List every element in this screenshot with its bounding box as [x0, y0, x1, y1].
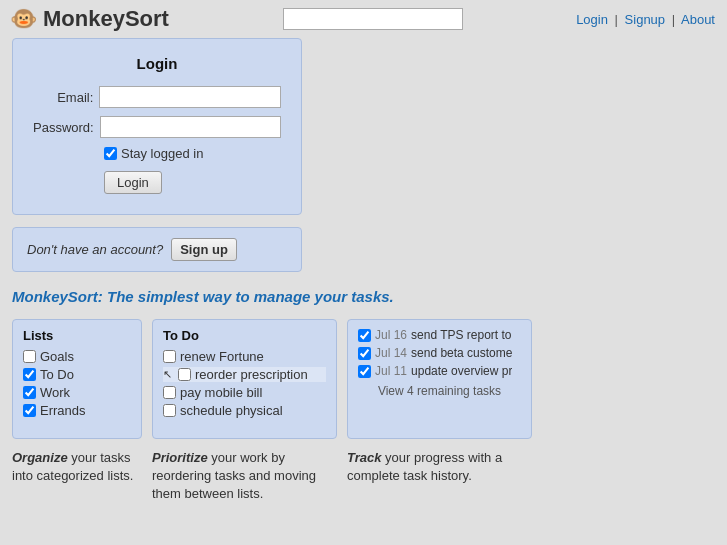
history-checkbox-2[interactable] — [358, 365, 371, 378]
header: 🐵 MonkeySort Login | Signup | About — [0, 0, 727, 38]
list-item: To Do — [23, 367, 131, 382]
todo-item-checkbox-0[interactable] — [163, 350, 176, 363]
history-text-2: update overview pr — [411, 364, 512, 378]
history-panel: Jul 16 send TPS report to Jul 14 send be… — [347, 319, 532, 439]
login-btn-row: Login — [104, 171, 281, 194]
goals-checkbox[interactable] — [23, 350, 36, 363]
todo-item-checkbox-2[interactable] — [163, 386, 176, 399]
errands-label: Errands — [40, 403, 86, 418]
search-input[interactable] — [283, 8, 463, 30]
todo-checkbox[interactable] — [23, 368, 36, 381]
track-bold: Track — [347, 450, 381, 465]
email-label: Email: — [33, 90, 93, 105]
list-item: Work — [23, 385, 131, 400]
email-row: Email: — [33, 86, 281, 108]
header-search[interactable] — [283, 8, 463, 30]
todo-item-label-0: renew Fortune — [180, 349, 264, 364]
history-date-2: Jul 11 — [375, 364, 407, 378]
header-nav: Login | Signup | About — [576, 12, 715, 27]
tagline: MonkeySort: The simplest way to manage y… — [12, 288, 715, 305]
password-input[interactable] — [100, 116, 281, 138]
todo-item-label-2: pay mobile bill — [180, 385, 262, 400]
signup-box: Don't have an account? Sign up — [12, 227, 302, 272]
organize-desc: Organize your tasks into categorized lis… — [12, 449, 142, 504]
logo-area: 🐵 MonkeySort — [10, 6, 169, 32]
todo-item: renew Fortune — [163, 349, 326, 364]
login-button[interactable]: Login — [104, 171, 162, 194]
stay-logged-label: Stay logged in — [121, 146, 203, 161]
todo-panel: To Do renew Fortune ↖ reorder prescripti… — [152, 319, 337, 439]
password-label: Password: — [33, 120, 94, 135]
logo-text: MonkeySort — [43, 6, 169, 32]
view-remaining[interactable]: View 4 remaining tasks — [358, 384, 521, 398]
about-link[interactable]: About — [681, 12, 715, 27]
todo-panel-title: To Do — [163, 328, 326, 343]
history-text-0: send TPS report to — [411, 328, 512, 342]
history-date-0: Jul 16 — [375, 328, 407, 342]
signup-link[interactable]: Signup — [625, 12, 665, 27]
history-checkbox-1[interactable] — [358, 347, 371, 360]
organize-bold: Organize — [12, 450, 68, 465]
todo-label: To Do — [40, 367, 74, 382]
work-checkbox[interactable] — [23, 386, 36, 399]
work-label: Work — [40, 385, 70, 400]
history-text-1: send beta custome — [411, 346, 512, 360]
todo-item-checkbox-1[interactable] — [178, 368, 191, 381]
todo-item: ↖ reorder prescription — [163, 367, 326, 382]
todo-item: schedule physical — [163, 403, 326, 418]
main-content: Login Email: Password: Stay logged in Lo… — [0, 38, 727, 516]
lists-panel-title: Lists — [23, 328, 131, 343]
feature-panels: Lists Goals To Do Work Errands To Do — [12, 319, 715, 439]
track-desc: Track your progress with a complete task… — [347, 449, 532, 504]
cursor-icon: ↖ — [163, 368, 172, 381]
stay-logged-checkbox[interactable] — [104, 147, 117, 160]
todo-item-label-3: schedule physical — [180, 403, 283, 418]
history-item: Jul 16 send TPS report to — [358, 328, 521, 342]
email-input[interactable] — [99, 86, 281, 108]
signup-prompt: Don't have an account? — [27, 242, 163, 257]
stay-logged-row: Stay logged in — [104, 146, 281, 161]
todo-item: pay mobile bill — [163, 385, 326, 400]
history-checkbox-0[interactable] — [358, 329, 371, 342]
goals-label: Goals — [40, 349, 74, 364]
prioritize-bold: Prioritize — [152, 450, 208, 465]
prioritize-desc: Prioritize your work by reordering tasks… — [152, 449, 337, 504]
todo-item-checkbox-3[interactable] — [163, 404, 176, 417]
logo-icon: 🐵 — [10, 6, 37, 32]
history-item: Jul 14 send beta custome — [358, 346, 521, 360]
login-box: Login Email: Password: Stay logged in Lo… — [12, 38, 302, 215]
list-item: Goals — [23, 349, 131, 364]
signup-button[interactable]: Sign up — [171, 238, 237, 261]
todo-item-label-1: reorder prescription — [195, 367, 308, 382]
list-item: Errands — [23, 403, 131, 418]
history-item: Jul 11 update overview pr — [358, 364, 521, 378]
password-row: Password: — [33, 116, 281, 138]
lists-panel: Lists Goals To Do Work Errands — [12, 319, 142, 439]
login-title: Login — [33, 55, 281, 72]
description-panels: Organize your tasks into categorized lis… — [12, 449, 715, 504]
login-link[interactable]: Login — [576, 12, 608, 27]
errands-checkbox[interactable] — [23, 404, 36, 417]
history-date-1: Jul 14 — [375, 346, 407, 360]
